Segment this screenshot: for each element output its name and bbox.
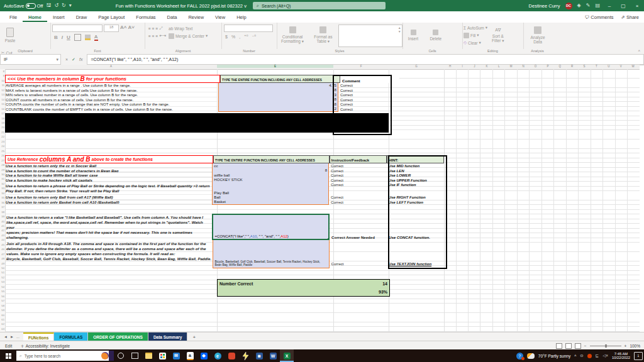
insert-function-icon[interactable]: fx	[79, 57, 82, 62]
office-icon[interactable]	[225, 349, 238, 362]
column-header[interactable]: J	[469, 65, 480, 68]
concat-feedback-cell[interactable]: Correct Answer Needed	[330, 214, 387, 240]
feedback-cell[interactable]: Correct	[329, 163, 386, 168]
share-button[interactable]: ⇗ Share	[621, 14, 639, 20]
page-break-view-icon[interactable]	[575, 343, 581, 349]
fill-button[interactable]: Fill ▾	[462, 31, 487, 39]
section1-comment-header[interactable]: Comment	[340, 75, 399, 83]
textjoin-answer-cell[interactable]: Bicycle, Basketball, Golf Club, Baseball…	[213, 240, 329, 268]
delete-cells-button[interactable]: Delete	[425, 23, 447, 48]
section1-function-header[interactable]: TYPE THE ENTIRE FUNCTION INCLUDING ANY C…	[220, 75, 340, 83]
answer-cell[interactable]: Basket	[212, 200, 329, 206]
menu-tab-formulas[interactable]: Formulas	[130, 13, 161, 22]
edge-icon[interactable]: e	[211, 349, 225, 362]
excel-icon[interactable]: X	[280, 349, 294, 362]
menu-tab-help[interactable]: Help	[231, 13, 252, 22]
weather-text[interactable]: 70°F Partly sunny	[538, 354, 570, 358]
search-box[interactable]: ⌕ Search (Alt+Q)	[253, 2, 386, 9]
align-bottom-icon[interactable]: ≡	[156, 26, 158, 31]
file-explorer-icon[interactable]	[142, 349, 155, 362]
currency-icon[interactable]: $	[225, 35, 228, 40]
sheet-tab-data-summary[interactable]: Data Summary	[148, 332, 188, 341]
column-header[interactable]: P	[541, 65, 553, 68]
comma-icon[interactable]: ,	[239, 35, 240, 40]
underline-button[interactable]: U	[67, 35, 70, 40]
notification-center-icon[interactable]: 1	[634, 352, 643, 360]
analyze-data-button[interactable]: AnalyzeData	[523, 23, 552, 48]
feedback-cell[interactable]: Correct	[329, 173, 386, 178]
section2-hint-header[interactable]: HINT:	[387, 155, 444, 163]
mail-icon[interactable]: ✉	[169, 349, 183, 362]
sheet-tab-functions[interactable]: FUNctions	[23, 332, 55, 341]
format-as-table-button[interactable]: Format asTable ▾	[309, 23, 337, 48]
hint-cell[interactable]: Use IF function	[387, 182, 444, 195]
save-icon[interactable]: 🖫	[46, 3, 51, 8]
menu-tab-data[interactable]: Data	[162, 13, 183, 22]
paste-button[interactable]: Paste	[0, 23, 20, 48]
column-header[interactable]: M	[505, 65, 517, 68]
column-header[interactable]: H	[444, 65, 456, 68]
comment-cell[interactable]: Correct	[338, 107, 397, 112]
column-header[interactable]: K	[480, 65, 492, 68]
comment-cell[interactable]: Correct	[338, 83, 397, 88]
number-format-select[interactable]	[224, 25, 273, 32]
sheet-tab-order-of-operations[interactable]: ORDER OF OPERATIONS	[88, 332, 148, 341]
weather-icon[interactable]	[527, 353, 535, 359]
column-header[interactable]: G	[389, 65, 444, 68]
amazon-icon[interactable]: a	[183, 349, 197, 362]
feedback-cell[interactable]: Correct	[329, 200, 386, 205]
sheet-nav-more-icon[interactable]: ...	[16, 335, 19, 339]
sheet-nav-right-icon[interactable]: ►	[10, 335, 14, 339]
pen-icon[interactable]: ✎	[586, 3, 591, 8]
column-header[interactable]: N	[517, 65, 529, 68]
menu-tab-view[interactable]: View	[209, 13, 231, 22]
store-icon[interactable]	[155, 349, 169, 362]
volume-muted-icon[interactable]: ◁×	[602, 353, 608, 358]
customize-toolbar-icon[interactable]: ▾	[69, 3, 72, 8]
decrease-font-icon[interactable]: A˅	[128, 25, 134, 32]
user-name[interactable]: Destinee Curry	[529, 3, 560, 9]
task-description[interactable]: Use a function to return a phrase of Pla…	[5, 182, 212, 195]
percent-icon[interactable]: %	[231, 35, 235, 40]
feedback-cell[interactable]: Correct	[329, 178, 386, 183]
column-header[interactable]: U	[602, 65, 614, 68]
textjoin-hint-cell[interactable]: Use TEXTJOIN function	[387, 240, 444, 266]
page-layout-view-icon[interactable]	[565, 343, 572, 349]
clear-button[interactable]: ◇Clear ▾	[462, 39, 487, 47]
display-icon[interactable]: ⊑	[596, 353, 599, 358]
hint-cell[interactable]: Use LOWER	[387, 173, 444, 178]
minimize-button[interactable]: –	[605, 3, 614, 9]
column-header[interactable]: O	[530, 65, 541, 68]
tray-expand-icon[interactable]: ^	[574, 354, 576, 358]
feedback-cell[interactable]: Correct	[329, 182, 386, 195]
wrap-text-button[interactable]: abWrap Text	[167, 25, 208, 32]
help-badge-icon[interactable]: ?	[516, 353, 523, 359]
autosave-toggle[interactable]: AutoSave Off	[4, 3, 43, 9]
section2-title[interactable]: Use Reference columns A and B above to c…	[5, 155, 213, 163]
task-view-icon[interactable]	[128, 349, 142, 362]
align-middle-icon[interactable]: ≡	[152, 26, 155, 31]
black-filled-rows[interactable]	[5, 113, 389, 133]
comment-cell[interactable]: Correct	[338, 97, 397, 102]
redo-icon[interactable]: ↻	[62, 3, 66, 8]
font-name-select[interactable]	[52, 25, 103, 32]
dropbox-icon[interactable]: ◆	[197, 349, 211, 362]
column-header[interactable]: Q	[554, 65, 566, 68]
hint-cell[interactable]: Use UPPER Function	[387, 178, 444, 183]
avatar[interactable]: DC	[565, 3, 572, 9]
sheet-nav-left-icon[interactable]: ◄	[4, 335, 8, 339]
sheet-tab-formulas[interactable]: FORMULAS	[54, 332, 88, 341]
concat-hint-cell[interactable]: Use CONCAT function.	[387, 214, 444, 240]
feedback-cell[interactable]: Correct	[329, 168, 386, 173]
decrease-decimal-icon[interactable]: ⁻⁰	[252, 35, 257, 40]
menu-tab-insert[interactable]: Insert	[47, 13, 70, 22]
new-sheet-button[interactable]: +	[187, 332, 201, 341]
answer-cell[interactable]: Play Ball	[212, 182, 329, 196]
ribbon-display-icon[interactable]: ▤	[595, 3, 600, 8]
collapse-ribbon-icon[interactable]: ˄	[638, 49, 640, 53]
comment-cell[interactable]: Correct	[338, 92, 397, 97]
conditional-formatting-button[interactable]: ConditionalFormatting ▾	[277, 23, 308, 48]
task-description[interactable]: Use a function to return only Ball from …	[5, 195, 212, 200]
align-center-icon[interactable]: ≡	[152, 34, 155, 38]
accessibility-status[interactable]: ☥ Accessibility: Investigate	[12, 344, 70, 348]
